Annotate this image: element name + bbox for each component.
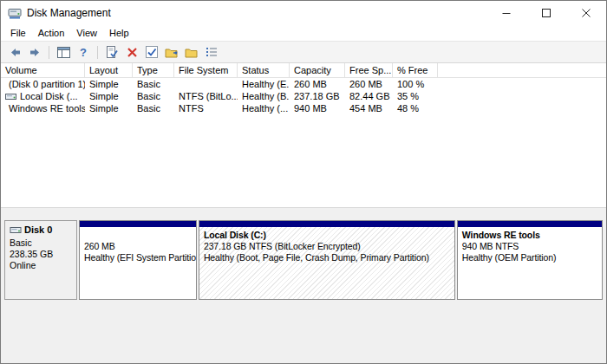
volume-row-windows-re-tools[interactable]: Windows RE tools Simple Basic NTFS Healt… [1,102,606,114]
column-header-type[interactable]: Type [133,63,174,77]
volume-list: Volume Layout Type File System Status Ca… [1,63,606,207]
disk-icon [10,225,22,235]
partition-status: Healthy (OEM Partition) [462,252,597,263]
menubar: File Action View Help [1,25,606,41]
disk-management-window: Disk Management File Action View Help [0,0,607,364]
cell-file-system: NTFS (BitLo... [174,91,238,101]
cell-free-space: 82.44 GB [345,91,393,101]
new-folder-icon[interactable] [163,44,180,61]
cell-status: Healthy (... [238,103,290,114]
cell-layout: Simple [85,103,133,114]
toolbar-separator [97,46,98,59]
disk-label: Disk 0 [24,224,52,236]
delete-icon[interactable] [123,44,140,61]
verify-icon[interactable] [143,44,160,61]
partition-color-bar [80,221,196,227]
cell-status: Healthy (B... [238,91,290,101]
show-console-tree-icon[interactable] [55,44,72,61]
partition-color-bar [458,221,602,227]
menu-file[interactable]: File [4,27,32,39]
disk0-row: Disk 0 Basic 238.35 GB Online 260 MB Hea… [4,220,603,300]
menu-action[interactable]: Action [32,27,71,39]
cell-capacity: 260 MB [290,79,345,89]
cell-pct-free: 100 % [393,79,438,89]
close-button[interactable] [566,1,606,25]
volume-name: Local Disk (... [20,91,78,101]
maximize-button[interactable] [526,1,566,25]
help-icon[interactable]: ? [75,44,92,61]
details-view-icon[interactable] [203,44,220,61]
toolbar: ? [1,41,606,63]
partition-title: Windows RE tools [462,230,597,241]
volume-row-disk0-partition1[interactable]: (Disk 0 partition 1) Simple Basic Health… [1,78,606,90]
partition-size: 940 MB NTFS [462,241,597,252]
cell-capacity: 940 MB [290,103,345,114]
cell-pct-free: 48 % [393,103,438,114]
partition-windows-re-tools[interactable]: Windows RE tools 940 MB NTFS Healthy (OE… [457,220,603,300]
folder-icon[interactable] [183,44,200,61]
cell-pct-free: 35 % [393,91,438,101]
cell-type: Basic [133,91,174,101]
disk-status: Online [10,260,72,271]
column-header-file-system[interactable]: File System [174,63,238,77]
menu-view[interactable]: View [70,27,103,39]
cell-free-space: 454 MB [345,103,393,114]
column-header-pct-free[interactable]: % Free [393,63,438,77]
titlebar: Disk Management [1,1,606,25]
partition-title: Local Disk (C:) [204,230,450,241]
cell-type: Basic [133,79,174,89]
window-title: Disk Management [27,7,111,19]
properties-icon[interactable] [103,44,121,61]
column-header-layout[interactable]: Layout [85,63,133,77]
toolbar-separator [49,46,49,59]
cell-capacity: 237.18 GB [290,91,345,101]
volume-row-local-disk[interactable]: Local Disk (... Simple Basic NTFS (BitLo… [1,90,606,102]
partition-status: Healthy (Boot, Page File, Crash Dump, Pr… [204,252,450,263]
partitions: 260 MB Healthy (EFI System Partition) Lo… [79,220,603,300]
disk-capacity: 238.35 GB [10,249,72,260]
cell-file-system: NTFS [174,103,238,114]
partition-color-bar [199,221,454,227]
minimize-button[interactable] [486,1,526,25]
back-icon[interactable] [6,44,23,61]
partition-local-disk-c[interactable]: Local Disk (C:) 237.18 GB NTFS (BitLocke… [199,220,455,300]
cell-status: Healthy (E... [238,79,290,89]
disk-type: Basic [10,237,72,249]
volume-name: (Disk 0 partition 1) [9,79,85,89]
cell-type: Basic [133,103,174,114]
column-header-capacity[interactable]: Capacity [290,63,345,77]
app-icon [8,6,22,20]
column-header-filler [438,63,606,77]
volume-icon [5,92,16,101]
partition-size: 237.18 GB NTFS (BitLocker Encrypted) [204,241,450,252]
partition-size: 260 MB [84,241,192,252]
volume-list-header: Volume Layout Type File System Status Ca… [1,63,606,78]
cell-layout: Simple [85,79,133,89]
partition-efi-system[interactable]: 260 MB Healthy (EFI System Partition) [79,220,197,300]
partition-title [84,230,192,241]
window-controls [486,1,606,25]
disk0-info-block[interactable]: Disk 0 Basic 238.35 GB Online [4,220,77,300]
column-header-status[interactable]: Status [238,63,290,77]
column-header-free-space[interactable]: Free Sp... [345,63,393,77]
volume-name: Windows RE tools [9,103,85,114]
partition-status: Healthy (EFI System Partition) [84,252,192,263]
forward-icon[interactable] [26,44,43,61]
cell-layout: Simple [85,91,133,101]
cell-free-space: 260 MB [345,79,393,89]
column-header-volume[interactable]: Volume [1,63,85,77]
menu-help[interactable]: Help [103,27,135,39]
graphical-view-pane: Disk 0 Basic 238.35 GB Online 260 MB Hea… [1,207,606,363]
